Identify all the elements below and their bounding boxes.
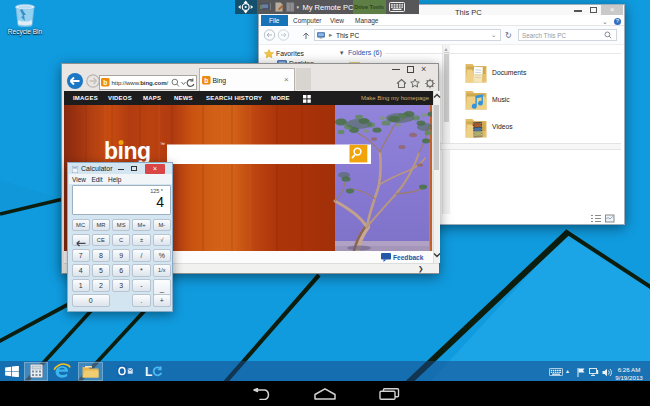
- svg-text:L: L: [145, 365, 152, 379]
- svg-text:b: b: [204, 77, 208, 84]
- svg-text:™: ™: [160, 141, 165, 147]
- svg-text:bıng: bıng: [104, 138, 151, 164]
- svg-text:b: b: [103, 79, 107, 86]
